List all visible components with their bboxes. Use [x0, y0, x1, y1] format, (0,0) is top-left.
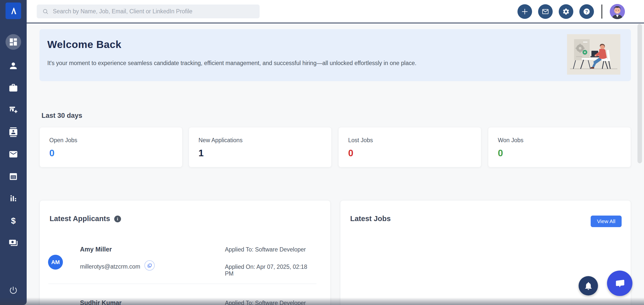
app-logo[interactable]	[6, 3, 21, 19]
stat-card-won-jobs: Won Jobs 0	[488, 127, 631, 167]
sidebar-item-mail[interactable]	[6, 148, 21, 160]
power-icon	[8, 285, 18, 295]
sidebar-item-contacts[interactable]	[6, 126, 21, 138]
topbar-divider	[601, 5, 602, 19]
workspace-illustration	[567, 34, 620, 75]
bar-chart-icon	[9, 194, 18, 203]
search-bar[interactable]	[37, 5, 260, 18]
settings-button[interactable]	[559, 4, 573, 19]
app-window: $	[0, 0, 644, 305]
bell-icon	[584, 281, 593, 291]
stat-value: 0	[49, 148, 55, 159]
mail-button[interactable]	[538, 4, 553, 19]
sidebar-item-calendar[interactable]	[6, 170, 21, 182]
sidebar-item-logout[interactable]	[6, 284, 21, 297]
search-input[interactable]	[52, 8, 255, 15]
stat-label: Open Jobs	[49, 137, 77, 144]
stat-value: 0	[348, 148, 353, 159]
notifications-fab[interactable]	[579, 276, 598, 295]
caret-logo-icon	[8, 5, 18, 16]
stat-value: 1	[198, 148, 204, 159]
stats-heading: Last 30 days	[42, 112, 82, 120]
page-scrollbar[interactable]	[637, 24, 642, 163]
info-icon[interactable]: i	[114, 216, 121, 222]
payments-icon	[9, 238, 18, 247]
stat-label: Lost Jobs	[348, 137, 373, 144]
sidebar-item-payments[interactable]	[6, 237, 21, 249]
copy-email-button[interactable]	[144, 260, 155, 271]
stat-label: New Applications	[198, 137, 243, 144]
help-button[interactable]: ?	[579, 4, 594, 19]
sidebar-item-dashboard[interactable]	[6, 34, 21, 50]
plus-icon	[521, 8, 529, 15]
row-divider	[48, 284, 316, 284]
applicant-applied-on: Applied On: Apr 07, 2025, 02:18 PM	[225, 264, 316, 277]
user-avatar[interactable]	[610, 4, 625, 19]
search-icon	[42, 8, 49, 15]
applicant-name: Sudhir Kumar	[80, 299, 122, 305]
sidebar-item-add-client[interactable]	[6, 104, 21, 116]
applicant-row[interactable]: Sudhir Kumar Applied To: Software Develo…	[48, 297, 316, 305]
question-icon: ?	[582, 7, 591, 16]
avatar-illustration	[610, 4, 625, 19]
applicant-email: millerotys@atzcrm.com	[80, 263, 140, 270]
latest-applicants-panel: Latest Applicantsi AM Amy Miller millero…	[39, 200, 331, 305]
applicant-row[interactable]: AM Amy Miller millerotys@atzcrm.com Appl…	[48, 244, 316, 276]
stat-card-open-jobs: Open Jobs 0	[39, 127, 182, 167]
person-icon	[8, 61, 18, 71]
chat-bubble-icon	[613, 277, 626, 290]
banner-title: Welcome Back	[47, 39, 122, 50]
view-all-button[interactable]: View All	[591, 216, 622, 227]
sidebar-item-candidates[interactable]	[6, 60, 21, 72]
latest-jobs-title: Latest Jobs	[350, 215, 391, 223]
add-button[interactable]	[517, 4, 532, 19]
banner-subtitle: It's your moment to experience seamless …	[47, 60, 416, 67]
sidebar-item-jobs[interactable]	[6, 82, 21, 94]
applicant-name: Amy Miller	[80, 246, 112, 253]
dollar-icon: $	[8, 216, 18, 226]
mail-icon	[542, 8, 549, 15]
add-business-icon	[8, 105, 18, 115]
sidebar-item-analytics[interactable]	[6, 192, 21, 205]
stat-value: 0	[498, 148, 503, 159]
applicant-avatar: AM	[48, 255, 63, 270]
calendar-icon	[9, 172, 18, 181]
sidebar: $	[0, 0, 27, 305]
topbar: ?	[27, 0, 644, 23]
applicant-applied-to: Applied To: Software Developer	[225, 246, 306, 253]
briefcase-icon	[9, 83, 18, 93]
dashboard-icon	[9, 37, 18, 47]
stat-label: Won Jobs	[498, 137, 524, 144]
gear-icon	[562, 8, 570, 15]
copy-icon	[147, 263, 152, 268]
stat-card-new-applications: New Applications 1	[189, 127, 332, 167]
svg-text:$: $	[11, 216, 16, 225]
sidebar-item-billing[interactable]: $	[6, 215, 21, 227]
latest-applicants-title: Latest Applicantsi	[50, 215, 121, 223]
svg-text:?: ?	[585, 9, 588, 14]
mail-icon	[9, 149, 18, 159]
chat-fab[interactable]	[607, 271, 632, 296]
contacts-icon	[9, 127, 18, 137]
welcome-banner: Welcome Back It's your moment to experie…	[39, 29, 631, 81]
stat-card-lost-jobs: Lost Jobs 0	[338, 127, 481, 167]
applicant-applied-to: Applied To: Software Developer	[225, 300, 306, 305]
latest-applicants-title-text: Latest Applicants	[50, 215, 110, 223]
